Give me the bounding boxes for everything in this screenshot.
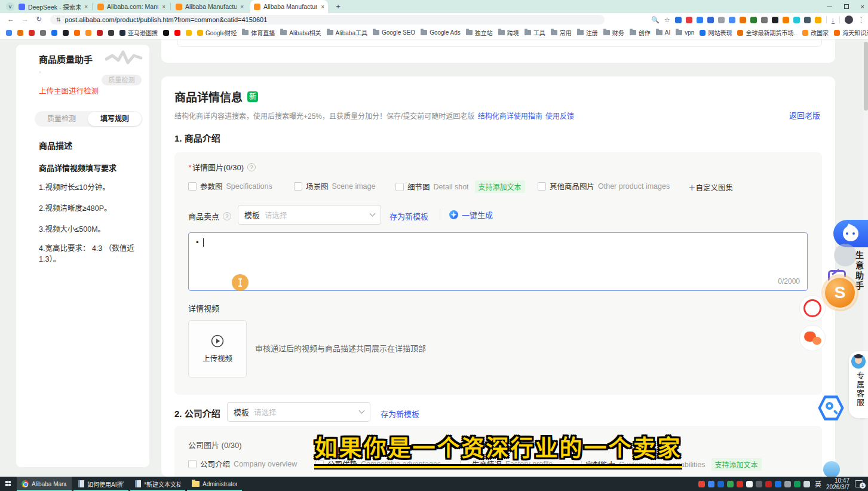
extension-icon[interactable] — [804, 17, 811, 23]
taskbar-item-notepad-1[interactable]: 如何使用AI撰写产... — [73, 477, 128, 491]
red-app-icon[interactable] — [799, 295, 826, 321]
tray-icon[interactable] — [756, 481, 762, 487]
extension-icon[interactable] — [815, 17, 821, 23]
bookmark-favicon[interactable] — [97, 30, 103, 36]
template-select[interactable]: 模板 请选择 — [238, 205, 381, 225]
site-info-icon[interactable]: ⇅ — [56, 17, 61, 23]
reload-icon[interactable]: ↻ — [36, 15, 42, 23]
tray-icon[interactable] — [775, 481, 781, 487]
chat-bubble-icon[interactable] — [823, 461, 840, 478]
bookmark-favicon[interactable] — [186, 30, 192, 36]
tray-icon[interactable] — [737, 481, 743, 487]
bookmark-folder[interactable]: 注册 — [577, 28, 598, 37]
zoom-icon[interactable]: 🔍 — [651, 16, 660, 24]
bookmark-folder[interactable]: 独立站 — [466, 28, 493, 37]
feedback-link[interactable]: 使用反馈 — [545, 112, 574, 121]
language-indicator[interactable]: 英 — [815, 479, 821, 489]
bookmark-folder[interactable]: Alibaba相关 — [280, 28, 321, 37]
bookmark-favicon[interactable] — [40, 30, 46, 36]
extension-icon[interactable] — [697, 17, 703, 23]
bookmark-folder[interactable]: 体育直播 — [242, 28, 275, 37]
checkbox[interactable] — [395, 183, 404, 191]
bookmark-site[interactable]: 全球最新期货市场.. — [737, 28, 797, 37]
one-click-generate[interactable]: 一键生成 — [449, 209, 493, 220]
upload-video-button[interactable]: 上传视频 — [188, 320, 247, 378]
company-template-select[interactable]: 模板 请选择 — [227, 402, 370, 422]
wechat-icon[interactable] — [799, 325, 826, 351]
back-to-old-version-link[interactable]: 返回老版 — [789, 109, 820, 121]
bookmark-folder[interactable]: 创作 — [630, 28, 651, 37]
extension-icon[interactable] — [750, 17, 757, 23]
save-template-link[interactable]: 存为新模板 — [389, 210, 428, 222]
extension-icon[interactable] — [686, 17, 692, 23]
bookmark-favicon[interactable] — [63, 30, 69, 36]
profile-avatar[interactable] — [845, 16, 853, 24]
tray-icon[interactable] — [717, 481, 724, 487]
tray-icon[interactable] — [698, 481, 705, 487]
bookmark-site[interactable]: 网站表现 — [700, 28, 732, 37]
tab-alibaba-1[interactable]: Alibaba.com: Manufacturers... × — [94, 0, 169, 13]
scrollbar-thumb[interactable] — [864, 42, 868, 111]
tray-icon[interactable] — [803, 481, 810, 487]
taskbar-item-administrator[interactable]: Administrator — [187, 477, 242, 491]
tab-deepseek[interactable]: DeepSeek - 探索未至之境 × — [15, 0, 91, 13]
bookmark-folder[interactable]: vpn — [676, 29, 694, 36]
save-template-link[interactable]: 存为新模板 — [381, 408, 419, 419]
bookmark-favicon[interactable] — [74, 30, 80, 36]
checkbox[interactable] — [538, 182, 546, 191]
close-button[interactable]: × — [861, 3, 864, 10]
tab-close-icon[interactable]: × — [240, 4, 244, 10]
bookmark-star-icon[interactable]: ☆ — [664, 16, 670, 24]
checkbox[interactable] — [188, 182, 197, 191]
start-button[interactable] — [0, 477, 17, 491]
tray-icon[interactable] — [794, 481, 800, 487]
extension-icon[interactable] — [740, 17, 746, 23]
tab-close-icon[interactable]: × — [84, 4, 88, 10]
upload-main-image-link[interactable]: 上传主图进行检测 — [39, 85, 99, 96]
bookmark-favicon[interactable] — [17, 30, 23, 36]
extension-icon[interactable] — [761, 17, 768, 23]
tab-quality-check[interactable]: 质量检测 — [35, 111, 88, 127]
bookmark-favicon[interactable] — [85, 30, 91, 36]
tray-icon[interactable] — [708, 481, 714, 487]
notification-center-icon[interactable]: 1 — [855, 480, 863, 487]
bookmark-favicon[interactable] — [174, 30, 180, 36]
taskbar-item-notepad-2[interactable]: *新建文本文档 (2).t... — [130, 477, 185, 491]
tray-icon[interactable] — [765, 481, 772, 487]
checkbox-specifications[interactable]: 参数图 Specifications — [188, 180, 272, 192]
tab-alibaba-2[interactable]: Alibaba Manufacturer Direct... × — [172, 0, 247, 13]
tab-close-icon[interactable]: × — [162, 4, 165, 10]
extension-icon[interactable] — [793, 17, 800, 23]
tab-fill-rules[interactable]: 填写规则 — [88, 112, 142, 126]
extension-icon[interactable] — [783, 17, 789, 23]
bookmark-site[interactable]: Google财经 — [197, 28, 237, 37]
forward-icon[interactable]: → — [22, 15, 29, 23]
extension-icon[interactable] — [729, 17, 735, 23]
bookmark-site[interactable]: 亚马逊图搜 — [119, 28, 158, 37]
back-icon[interactable]: ← — [7, 15, 14, 23]
taskbar-item-chrome[interactable]: Alibaba Manufact... — [17, 477, 72, 491]
bookmark-favicon[interactable] — [163, 30, 169, 36]
selling-point-textarea[interactable]: • 0/2000 — [188, 232, 808, 291]
bookmark-folder[interactable]: 工具 — [525, 28, 545, 37]
menu-kebab-icon[interactable]: ⋮ — [858, 16, 864, 24]
bookmark-folder[interactable]: Google Ads — [421, 29, 461, 36]
tab-alibaba-active[interactable]: Alibaba Manufacturer Direct... × — [250, 0, 328, 13]
bookmark-site[interactable]: 改国家 — [802, 28, 829, 37]
tab-close-icon[interactable]: × — [321, 4, 324, 10]
checkbox-other-images[interactable]: 其他商品图片 Other product images — [538, 180, 670, 192]
guide-link[interactable]: 结构化商详使用指南 — [478, 112, 542, 121]
tray-icon[interactable] — [746, 481, 753, 487]
help-icon[interactable]: ? — [247, 163, 256, 171]
skype-icon[interactable]: S — [823, 276, 857, 309]
extension-icon[interactable] — [707, 17, 714, 23]
clock[interactable]: 10:47 2026/3/7 — [826, 477, 849, 490]
quality-check-button[interactable]: 质量检测 — [102, 75, 142, 85]
bookmark-favicon[interactable] — [108, 30, 114, 36]
bookmark-folder[interactable]: Alibaba工具 — [327, 28, 367, 37]
url-bar[interactable]: ⇅ post.alibaba.com/product/publish.htm?f… — [50, 15, 605, 24]
bookmark-folder[interactable]: 财务 — [603, 28, 624, 37]
bookmark-folder[interactable]: 常用 — [551, 28, 572, 37]
business-assistant-button[interactable] — [833, 220, 868, 247]
bookmark-folder[interactable]: 跨境 — [498, 28, 519, 37]
